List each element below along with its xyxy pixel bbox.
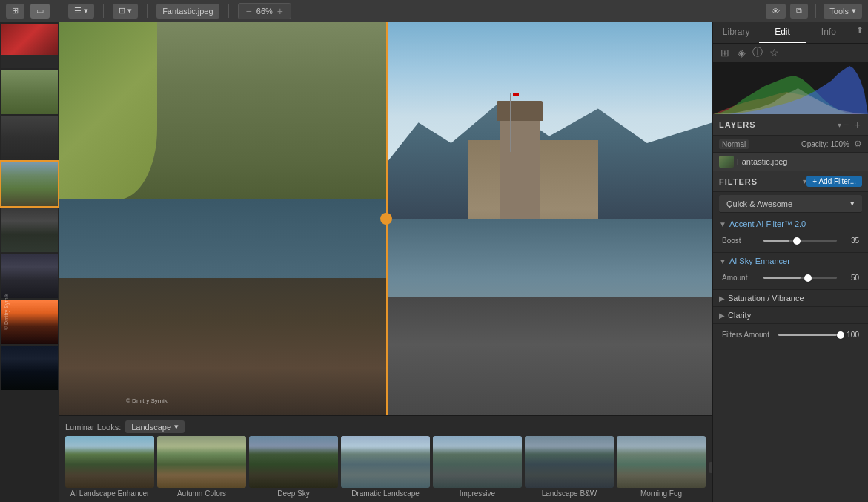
clarity-title: Clarity: [728, 311, 862, 320]
layer-settings-icon[interactable]: ⚙: [854, 139, 862, 149]
add-filter-btn[interactable]: + Add Filter...: [806, 176, 862, 187]
layer-thumbnail: [719, 156, 734, 168]
layers-section-header: LAYERS ▾ − +: [713, 114, 868, 136]
look-item-3[interactable]: Dramatic Landscape: [341, 436, 430, 499]
share-icon[interactable]: ⬆: [852, 22, 868, 43]
looks-bar: Luminar Looks: Landscape ▾ AI Landscape …: [59, 415, 712, 502]
accent-ai-filter-body: Boost 35: [713, 232, 868, 252]
tab-info[interactable]: Info: [806, 22, 852, 43]
compare-btn[interactable]: ⧉: [790, 4, 808, 19]
filters-section-header: FILTERS ▾ + Add Filter...: [713, 171, 868, 192]
tab-library[interactable]: Library: [713, 22, 759, 43]
saturation-expand-icon: ▶: [719, 294, 725, 303]
look-item-4[interactable]: Impressive: [433, 436, 522, 499]
boost-value: 35: [841, 237, 859, 245]
boost-label: Boost: [722, 237, 759, 245]
layer-blend-row: Normal Opacity: 100% ⚙: [713, 136, 868, 153]
toolbar-right: 👁 ⧉ Tools ▾: [766, 4, 862, 19]
ai-sky-enhancer-group: ▼ AI Sky Enhancer Amount 50: [713, 253, 868, 290]
film-item-2[interactable]: [1, 116, 58, 160]
film-item-1[interactable]: [1, 70, 58, 114]
film-item-4[interactable]: [1, 208, 58, 252]
divider-5: [815, 4, 816, 18]
boost-slider-row: Boost 35: [722, 235, 859, 246]
blend-mode-select[interactable]: Normal: [719, 139, 749, 149]
layers-minimize-btn[interactable]: −: [841, 119, 850, 131]
layout-btn[interactable]: ☰ ▾: [68, 4, 94, 19]
amount-thumb[interactable]: [804, 274, 812, 282]
photo-right: [386, 22, 713, 415]
filters-amount-slider[interactable]: [778, 334, 837, 336]
looks-header: Luminar Looks: Landscape ▾: [59, 419, 712, 436]
divider-1: [59, 4, 59, 18]
amount-slider-row: Amount 50: [722, 272, 859, 283]
tab-edit[interactable]: Edit: [759, 22, 805, 43]
look-item-5[interactable]: Landscape B&W: [525, 436, 614, 499]
tools-btn[interactable]: Tools ▾: [824, 4, 862, 19]
layers-add-btn[interactable]: +: [853, 119, 862, 131]
look-item-6[interactable]: Morning Fog: [617, 436, 706, 499]
single-view-btn[interactable]: ▭: [30, 4, 50, 19]
boost-slider[interactable]: [763, 240, 837, 242]
amount-fill: [763, 277, 801, 279]
star-icon[interactable]: ☆: [768, 47, 780, 59]
saturation-header[interactable]: ▶ Saturation / Vibrance: [713, 290, 868, 306]
save-luminar-look-btn[interactable]: Save Luminar Look...: [709, 462, 712, 473]
filters-title: FILTERS: [719, 177, 803, 186]
divider-4: [228, 4, 229, 18]
ai-sky-enhancer-header[interactable]: ▼ AI Sky Enhancer: [713, 253, 868, 269]
layers-icon[interactable]: ⊞: [719, 47, 731, 59]
quick-awesome-btn[interactable]: Quick & Awesome ▾: [719, 195, 862, 213]
view-btn[interactable]: 👁: [766, 4, 786, 19]
look-item-0[interactable]: AI Landscape Enhancer: [65, 436, 154, 499]
film-item-7[interactable]: [1, 346, 58, 390]
info-circle-icon[interactable]: ⓘ: [752, 47, 763, 59]
clarity-expand-icon: ▶: [719, 311, 725, 320]
filters-amount-thumb[interactable]: [837, 331, 844, 339]
histogram-svg: [713, 62, 868, 114]
saturation-group: ▶ Saturation / Vibrance: [713, 290, 868, 307]
histogram: [713, 62, 868, 114]
zoom-minus-btn[interactable]: −: [245, 5, 254, 17]
opacity-label: Opacity: 100%: [801, 140, 849, 148]
adjustments-icon[interactable]: ◈: [735, 47, 747, 59]
boost-thumb[interactable]: [793, 237, 801, 245]
clarity-header[interactable]: ▶ Clarity: [713, 307, 868, 323]
layers-controls: − +: [841, 119, 862, 131]
filename-btn[interactable]: Fantastic.jpeg: [156, 4, 219, 19]
ai-sky-enhancer-title: AI Sky Enhancer: [729, 257, 862, 265]
film-item-0[interactable]: [1, 24, 58, 68]
layers-title: LAYERS: [719, 120, 838, 129]
zoom-plus-btn[interactable]: +: [276, 5, 285, 17]
layer-filename: Fantastic.jpeg: [737, 157, 787, 166]
panel-icon-row: ⊞ ◈ ⓘ ☆: [713, 44, 868, 62]
panel-tabs: Library Edit Info ⬆: [713, 22, 868, 44]
filmstrip: © Dmitry Syrnik: [0, 22, 59, 502]
photo-left: [59, 22, 386, 415]
canvas-area: © Dmitry Syrnik Luminar Looks: Landscape…: [59, 22, 712, 502]
filters-amount-fill: [778, 334, 837, 336]
watermark-text: © Dmitry Syrnik: [4, 277, 9, 330]
split-handle[interactable]: [380, 213, 392, 225]
amount-slider[interactable]: [763, 277, 837, 279]
grid-view-btn[interactable]: ⊞: [6, 4, 24, 19]
amount-value: 50: [841, 274, 859, 282]
amount-label: Amount: [722, 274, 759, 282]
saturation-title: Saturation / Vibrance: [728, 294, 862, 303]
film-item-5[interactable]: [1, 254, 58, 298]
looks-label: Luminar Looks:: [65, 423, 121, 432]
looks-category-btn[interactable]: Landscape ▾: [125, 420, 185, 433]
film-item-6[interactable]: [1, 300, 58, 344]
divider-2: [103, 4, 104, 18]
look-item-2[interactable]: Deep Sky: [249, 436, 338, 499]
zoom-control: − 66% +: [238, 3, 291, 19]
toolbar: ⊞ ▭ ☰ ▾ ⊡ ▾ Fantastic.jpeg − 66% + 👁 ⧉ T…: [0, 0, 868, 22]
accent-ai-filter-group: ▼ Accent AI Filter™ 2.0 Boost 35: [713, 216, 868, 253]
accent-ai-filter-header[interactable]: ▼ Accent AI Filter™ 2.0: [713, 216, 868, 232]
divider-3: [147, 4, 148, 18]
crop-btn[interactable]: ⊡ ▾: [113, 4, 138, 19]
canvas-wrap: © Dmitry Syrnik: [59, 22, 712, 415]
film-item-3[interactable]: [1, 162, 58, 206]
look-item-1[interactable]: Autumn Colors: [157, 436, 246, 499]
zoom-level: 66%: [256, 7, 273, 16]
